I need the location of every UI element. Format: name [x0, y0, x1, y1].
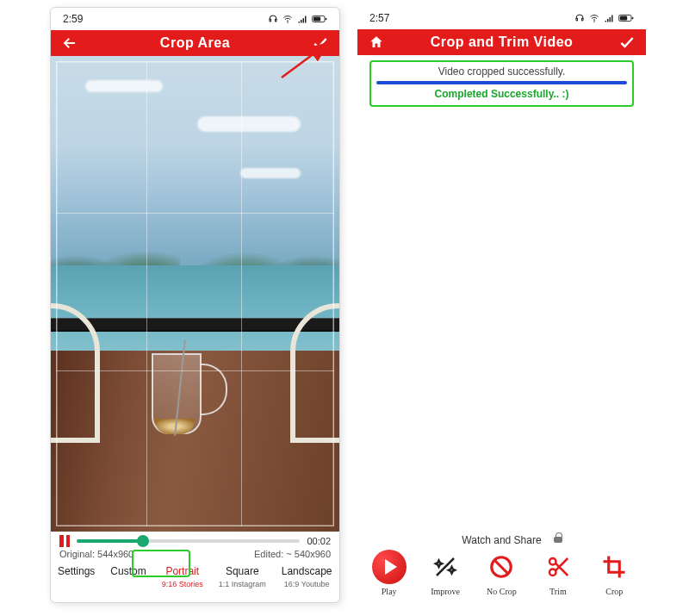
- progress-bar: [376, 81, 627, 84]
- appbar-title: Crop Area: [160, 35, 230, 51]
- svg-rect-6: [620, 16, 627, 21]
- confirm-button[interactable]: [618, 34, 636, 51]
- signal-icon: [297, 14, 307, 24]
- completed-message: Completed Successfully.. :): [375, 88, 629, 100]
- play-icon: [372, 550, 407, 584]
- wand-icon: [432, 554, 458, 580]
- svg-point-4: [593, 21, 595, 22]
- battery-icon: [618, 13, 634, 23]
- pause-button[interactable]: [59, 535, 70, 547]
- check-icon: [618, 34, 636, 51]
- watch-share-label: Watch and Share: [357, 534, 646, 546]
- seek-bar[interactable]: [77, 539, 300, 543]
- no-crop-icon: [488, 554, 514, 580]
- confirm-button[interactable]: [312, 34, 329, 52]
- check-icon: [312, 34, 329, 52]
- lock-icon: [554, 532, 562, 543]
- playback-bar: 00:02: [51, 532, 339, 547]
- app-bar: Crop Area: [51, 30, 339, 56]
- svg-rect-7: [632, 17, 634, 19]
- svg-point-0: [287, 22, 289, 23]
- playback-time: 00:02: [307, 536, 331, 546]
- format-landscape[interactable]: Landscape 16:9 Youtube: [282, 566, 332, 590]
- success-panel: Video cropped successfully. Completed Su…: [369, 60, 634, 107]
- svg-line-9: [495, 561, 508, 574]
- wifi-icon: [282, 14, 293, 24]
- svg-rect-2: [313, 17, 320, 22]
- signal-icon: [604, 13, 614, 23]
- status-bar: 2:59: [51, 8, 339, 30]
- crop-button[interactable]: Crop: [588, 550, 640, 596]
- app-bar: Crop and Trim Video: [357, 29, 646, 55]
- dimension-row: Original: 544x960 Edited: ~ 540x960: [51, 547, 339, 563]
- seek-thumb[interactable]: [137, 535, 149, 547]
- back-button[interactable]: [61, 34, 78, 52]
- video-crop-preview[interactable]: [51, 56, 339, 532]
- clock: 2:59: [63, 13, 83, 25]
- crop-frame[interactable]: [56, 61, 334, 526]
- status-icons: [574, 13, 634, 23]
- scissors-icon: [545, 554, 571, 580]
- trim-button[interactable]: Trim: [532, 550, 584, 596]
- battery-icon: [312, 14, 327, 24]
- phone-left: 2:59 Crop Area: [50, 7, 340, 603]
- appbar-title: Crop and Trim Video: [431, 34, 574, 50]
- format-portrait[interactable]: Portrait 9:16 Stories: [162, 566, 203, 590]
- action-bar: Play Improve No Crop Trim Crop: [357, 548, 646, 601]
- format-settings[interactable]: Settings: [58, 566, 95, 578]
- headphones-icon: [268, 14, 278, 24]
- status-icons: [268, 14, 327, 24]
- phone-right: 2:57 Crop and Trim Video Video cropped s…: [357, 7, 646, 601]
- format-square[interactable]: Square 1:1 Instagram: [219, 566, 266, 590]
- wifi-icon: [589, 13, 599, 23]
- arrow-left-icon: [62, 35, 78, 51]
- status-bar: 2:57: [357, 7, 646, 29]
- format-custom[interactable]: Custom: [110, 566, 146, 578]
- headphones-icon: [574, 13, 585, 23]
- crop-icon: [601, 554, 627, 580]
- clock: 2:57: [369, 12, 389, 24]
- no-crop-button[interactable]: No Crop: [475, 550, 527, 596]
- success-message: Video cropped successfully.: [375, 65, 629, 78]
- svg-rect-3: [326, 18, 327, 20]
- play-button[interactable]: Play: [363, 550, 415, 596]
- format-strip[interactable]: Settings Custom Portrait 9:16 Stories Sq…: [51, 563, 339, 602]
- improve-button[interactable]: Improve: [419, 550, 471, 596]
- home-icon: [369, 34, 384, 50]
- home-button[interactable]: [368, 34, 385, 51]
